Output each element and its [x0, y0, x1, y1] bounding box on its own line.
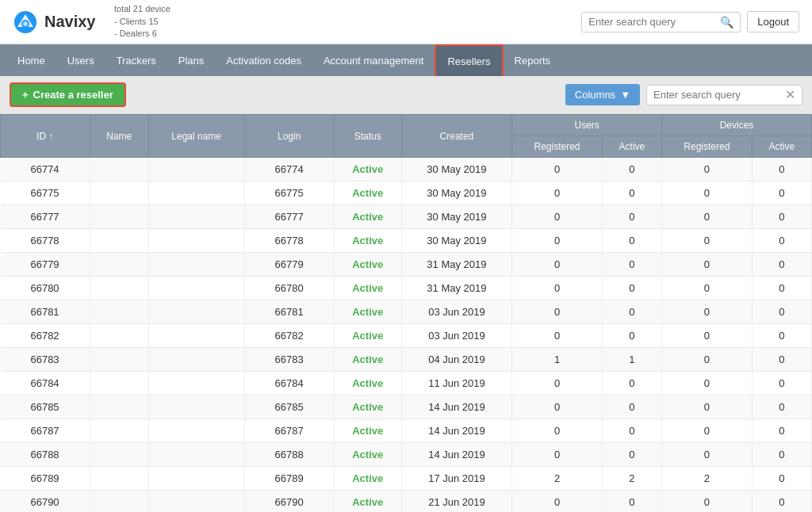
cell-name [90, 158, 148, 181]
cell-users-registered: 0 [512, 277, 603, 300]
cell-devices-active: 0 [752, 253, 811, 277]
table-search-input[interactable] [653, 89, 780, 101]
nav-item-plans[interactable]: Plans [167, 44, 216, 76]
col-header-status: Status [334, 115, 401, 158]
columns-button[interactable]: Columns ▼ [565, 84, 640, 105]
clear-search-button[interactable]: ✕ [785, 89, 795, 101]
cell-status: Active [334, 395, 401, 419]
nav-item-activation-codes[interactable]: Activation codes [215, 44, 312, 76]
cell-devices-registered: 0 [662, 395, 753, 419]
cell-id: 66788 [1, 443, 90, 467]
table-row[interactable]: 66787 66787 Active 14 Jun 2019 0 0 0 0 [1, 419, 812, 443]
table-row[interactable]: 66788 66788 Active 14 Jun 2019 0 0 0 0 [1, 443, 812, 467]
cell-status: Active [334, 277, 401, 300]
global-search-input[interactable] [588, 16, 715, 28]
cell-id: 66775 [1, 181, 90, 205]
create-reseller-button[interactable]: + Create a reseller [10, 82, 126, 107]
cell-devices-active: 0 [752, 324, 811, 348]
cell-id: 66780 [1, 277, 90, 300]
cell-created: 31 May 2019 [401, 277, 512, 300]
cell-status: Active [334, 419, 401, 443]
cell-id: 66779 [1, 253, 90, 277]
cell-login: 66784 [244, 372, 334, 395]
table-row[interactable]: 66782 66782 Active 03 Jun 2019 0 0 0 0 [1, 324, 812, 348]
cell-status: Active [334, 181, 401, 205]
table-row[interactable]: 66790 66790 Active 21 Jun 2019 0 0 0 0 [1, 491, 812, 513]
search-icon: 🔍 [720, 16, 733, 29]
col-header-users-registered: Registered [512, 136, 603, 158]
cell-name [90, 348, 148, 372]
nav-item-reports[interactable]: Reports [504, 44, 562, 76]
cell-login: 66788 [244, 443, 334, 467]
cell-legal-name [148, 181, 244, 205]
cell-created: 17 Jun 2019 [401, 467, 512, 491]
cell-name [90, 229, 148, 253]
table-row[interactable]: 66785 66785 Active 14 Jun 2019 0 0 0 0 [1, 395, 812, 419]
table-row[interactable]: 66775 66775 Active 30 May 2019 0 0 0 0 [1, 181, 812, 205]
cell-name [90, 205, 148, 229]
col-header-name: Name [90, 115, 148, 158]
cell-users-registered: 0 [512, 300, 603, 324]
svg-point-3 [23, 21, 28, 26]
table-row[interactable]: 66779 66779 Active 31 May 2019 0 0 0 0 [1, 253, 812, 277]
create-reseller-label: Create a reseller [33, 89, 113, 101]
cell-devices-registered: 0 [662, 443, 753, 467]
cell-devices-active: 0 [752, 467, 811, 491]
resellers-table: ID ↑ Name Legal name Login Status Create… [0, 114, 812, 512]
nav-item-users[interactable]: Users [56, 44, 105, 76]
cell-legal-name [148, 372, 244, 395]
table-row[interactable]: 66789 66789 Active 17 Jun 2019 2 2 2 0 [1, 467, 812, 491]
cell-id: 66790 [1, 491, 90, 513]
cell-users-registered: 0 [512, 158, 603, 181]
nav-item-resellers[interactable]: Resellers [435, 44, 503, 76]
cell-status: Active [334, 348, 401, 372]
cell-legal-name [148, 324, 244, 348]
cell-id: 66777 [1, 205, 90, 229]
table-row[interactable]: 66780 66780 Active 31 May 2019 0 0 0 0 [1, 277, 812, 300]
nav-item-account-management[interactable]: Account management [312, 44, 435, 76]
cell-created: 14 Jun 2019 [401, 443, 512, 467]
table-toolbar: + Create a reseller Columns ▼ ✕ [0, 76, 812, 114]
cell-users-registered: 0 [512, 181, 603, 205]
cell-status: Active [334, 229, 401, 253]
table-row[interactable]: 66774 66774 Active 30 May 2019 0 0 0 0 [1, 158, 812, 181]
cell-users-registered: 0 [512, 419, 603, 443]
cell-id: 66778 [1, 229, 90, 253]
nav-item-trackers[interactable]: Trackers [105, 44, 167, 76]
logout-button[interactable]: Logout [747, 11, 799, 32]
table-row[interactable]: 66778 66778 Active 30 May 2019 0 0 0 0 [1, 229, 812, 253]
col-header-devices-active: Active [752, 136, 811, 158]
table-row[interactable]: 66781 66781 Active 03 Jun 2019 0 0 0 0 [1, 300, 812, 324]
cell-devices-active: 0 [752, 419, 811, 443]
cell-users-registered: 0 [512, 324, 603, 348]
cell-devices-registered: 0 [662, 491, 753, 513]
table-row[interactable]: 66783 66783 Active 04 Jun 2019 1 1 0 0 [1, 348, 812, 372]
cell-users-registered: 0 [512, 253, 603, 277]
col-header-created: Created [401, 115, 512, 158]
cell-name [90, 253, 148, 277]
table-row[interactable]: 66784 66784 Active 11 Jun 2019 0 0 0 0 [1, 372, 812, 395]
cell-devices-active: 0 [752, 348, 811, 372]
cell-created: 30 May 2019 [401, 229, 512, 253]
table-row[interactable]: 66777 66777 Active 30 May 2019 0 0 0 0 [1, 205, 812, 229]
cell-users-registered: 0 [512, 443, 603, 467]
cell-users-active: 2 [602, 467, 661, 491]
cell-login: 66781 [244, 300, 334, 324]
cell-devices-registered: 0 [662, 181, 753, 205]
cell-login: 66789 [244, 467, 334, 491]
cell-users-registered: 0 [512, 372, 603, 395]
device-info: total 21 device - Clients 15 - Dealers 6 [114, 3, 170, 40]
columns-label: Columns [575, 89, 615, 101]
cell-legal-name [148, 443, 244, 467]
nav-item-home[interactable]: Home [6, 44, 56, 76]
cell-created: 30 May 2019 [401, 205, 512, 229]
cell-created: 21 Jun 2019 [401, 491, 512, 513]
cell-login: 66777 [244, 205, 334, 229]
cell-devices-registered: 0 [662, 348, 753, 372]
col-header-id[interactable]: ID ↑ [1, 115, 90, 158]
cell-status: Active [334, 205, 401, 229]
cell-status: Active [334, 158, 401, 181]
cell-devices-registered: 0 [662, 300, 753, 324]
cell-login: 66783 [244, 348, 334, 372]
cell-legal-name [148, 158, 244, 181]
